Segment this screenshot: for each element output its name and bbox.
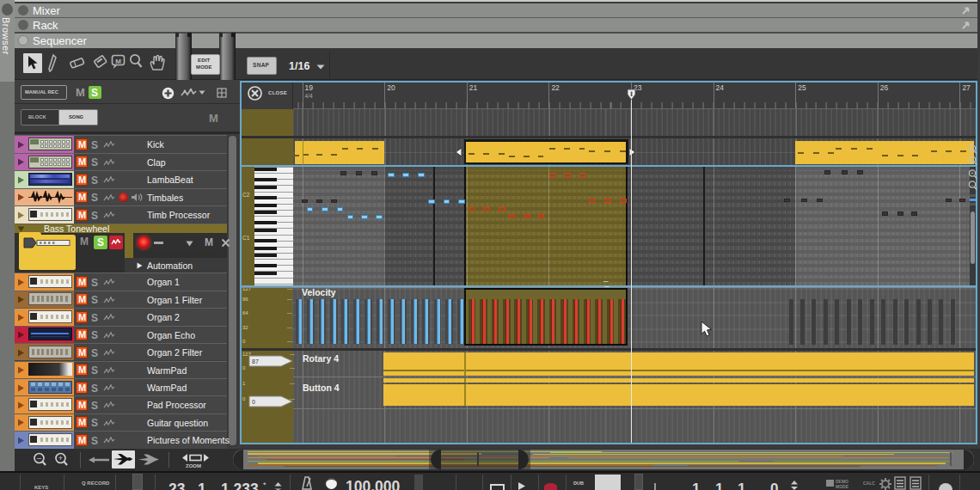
svg-text:+: + <box>971 145 974 151</box>
svg-text:-: - <box>971 156 973 162</box>
svg-text:–: – <box>37 454 41 462</box>
svg-text:M: M <box>115 58 121 65</box>
svg-text:0: 0 <box>252 399 255 405</box>
svg-text:-: - <box>971 181 973 187</box>
svg-text:87: 87 <box>252 358 259 364</box>
svg-text:+: + <box>58 454 63 462</box>
svg-text:+: + <box>971 170 974 176</box>
